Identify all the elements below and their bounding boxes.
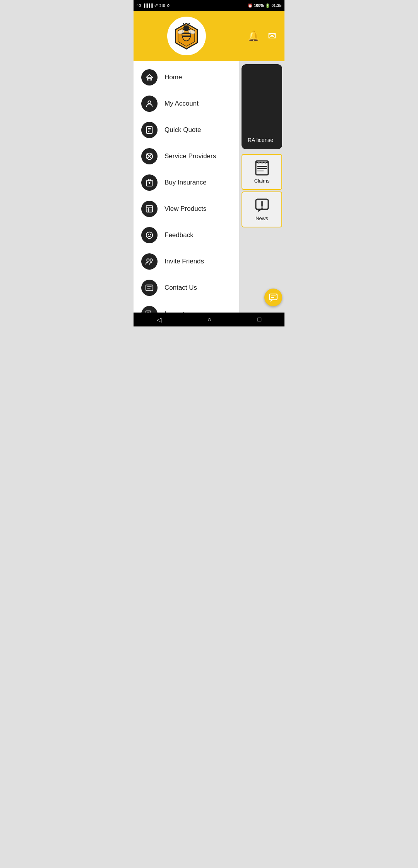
mail-icon[interactable]: ✉ — [268, 30, 276, 42]
home-button[interactable]: ○ — [204, 314, 215, 325]
recent-button[interactable]: □ — [254, 314, 266, 325]
my-account-icon — [141, 96, 158, 112]
chat-icon — [269, 293, 278, 302]
claims-label: Claims — [254, 178, 270, 184]
chat-fab[interactable] — [264, 289, 282, 306]
view-products-label: View Products — [164, 205, 206, 213]
svg-point-48 — [261, 207, 263, 209]
sidebar-header — [134, 11, 239, 61]
svg-point-28 — [146, 232, 153, 239]
svg-point-29 — [148, 234, 149, 235]
sidebar-drawer: HomeMy AccountQuick QuoteService Provide… — [134, 11, 239, 313]
sidebar-item-invite-friends[interactable]: Invite Friends — [134, 248, 239, 275]
sidebar-logo — [167, 17, 206, 55]
svg-rect-24 — [146, 206, 153, 212]
news-label: News — [255, 215, 268, 221]
quick-quote-label: Quick Quote — [164, 126, 201, 134]
right-panel: 🔔 ✉ RA license Claims — [239, 11, 284, 313]
contact-us-icon — [141, 280, 158, 296]
service-providers-label: Service Providers — [164, 152, 216, 160]
sidebar-item-contact-us[interactable]: Contact Us — [134, 275, 239, 301]
news-icon — [254, 198, 270, 213]
svg-rect-36 — [146, 311, 151, 313]
dark-promo-card: RA license — [242, 64, 282, 149]
invite-friends-label: Invite Friends — [164, 258, 204, 265]
svg-point-5 — [183, 25, 189, 31]
svg-point-31 — [147, 259, 149, 261]
sidebar-menu: HomeMy AccountQuick QuoteService Provide… — [134, 61, 239, 313]
main-layout: HomeMy AccountQuick QuoteService Provide… — [134, 11, 284, 313]
view-products-icon — [141, 201, 158, 217]
svg-point-14 — [148, 101, 151, 104]
bottom-nav: ◁ ○ □ — [134, 313, 284, 326]
sidebar-item-my-account[interactable]: My Account — [134, 91, 239, 117]
battery-text: 100% — [254, 3, 264, 8]
svg-rect-13 — [148, 79, 151, 81]
time-display: 01:35 — [271, 3, 281, 8]
svg-point-32 — [150, 259, 152, 261]
logout-label: Logout — [164, 310, 185, 313]
buy-insurance-label: Buy Insurance — [164, 179, 207, 186]
status-right: ⏰ 100% 🔋 01:35 — [248, 3, 281, 8]
home-icon — [141, 69, 158, 85]
claims-icon — [254, 160, 270, 176]
svg-rect-4 — [182, 35, 191, 37]
svg-rect-49 — [269, 294, 277, 300]
back-button[interactable]: ◁ — [153, 314, 165, 325]
logout-icon — [141, 306, 158, 313]
svg-point-8 — [183, 22, 184, 24]
signal-bars: ▐▐▐▐ — [143, 3, 153, 7]
notification-icon[interactable]: 🔔 — [247, 30, 260, 42]
contact-us-label: Contact Us — [164, 284, 197, 292]
claims-grid-item[interactable]: Claims — [242, 154, 282, 190]
right-top-bar: 🔔 ✉ — [239, 11, 284, 61]
invite-friends-icon — [141, 253, 158, 270]
svg-rect-33 — [146, 285, 153, 291]
extra-icons: 3 ▦ ✿ — [159, 3, 170, 7]
my-account-label: My Account — [164, 100, 199, 108]
sidebar-item-feedback[interactable]: Feedback — [134, 222, 239, 248]
status-left: 4G ▐▐▐▐ ☍ 3 ▦ ✿ — [137, 3, 170, 7]
buy-insurance-icon — [141, 174, 158, 191]
svg-point-9 — [188, 22, 190, 24]
feedback-label: Feedback — [164, 231, 194, 239]
service-providers-icon — [141, 148, 158, 164]
sidebar-item-service-providers[interactable]: Service Providers — [134, 143, 239, 169]
home-label: Home — [164, 73, 182, 81]
alarm-icon: ⏰ — [248, 3, 252, 8]
feedback-icon — [141, 227, 158, 243]
network-indicator: 4G — [137, 3, 141, 7]
logo-icon — [172, 22, 201, 51]
svg-point-30 — [150, 234, 151, 235]
news-grid-item[interactable]: News — [242, 191, 282, 227]
sidebar-item-view-products[interactable]: View Products — [134, 196, 239, 222]
battery-icon: 🔋 — [265, 3, 270, 8]
status-bar: 4G ▐▐▐▐ ☍ 3 ▦ ✿ ⏰ 100% 🔋 01:35 — [134, 0, 284, 11]
sidebar-item-logout[interactable]: Logout — [134, 301, 239, 313]
sidebar-item-quick-quote[interactable]: Quick Quote — [134, 117, 239, 143]
sidebar-item-buy-insurance[interactable]: Buy Insurance — [134, 169, 239, 196]
quick-quote-icon — [141, 122, 158, 138]
wifi-icon: ☍ — [154, 3, 158, 7]
right-grid: Claims News — [239, 152, 284, 229]
sidebar-item-home[interactable]: Home — [134, 64, 239, 91]
dark-card-text: RA license — [248, 137, 273, 143]
